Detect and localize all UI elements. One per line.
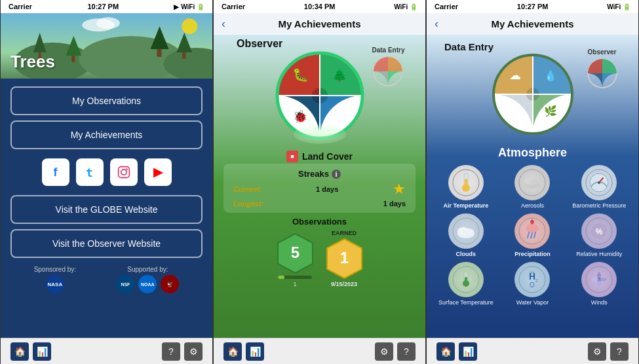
youtube-icon[interactable]: ▶ (144, 158, 172, 186)
time-1: 10:27 PM (87, 3, 119, 10)
my-achievements-button[interactable]: My Achievements (10, 120, 203, 149)
observer-website-button[interactable]: Visit the Observer Website (10, 229, 203, 258)
menu-area: My Observations My Achievements f t ▶ Vi… (1, 79, 212, 338)
aerosols-label: Aerosols (521, 202, 544, 209)
longest-streak-label: Longest: (233, 200, 263, 208)
svg-text:%: % (596, 227, 603, 236)
svg-point-54 (598, 181, 600, 184)
svg-text:1: 1 (339, 249, 348, 266)
phone-1: Carrier 10:27 PM ▶ WiFi 🔋 (0, 0, 213, 364)
nasa-logo: NASA (46, 275, 64, 293)
settings-icon[interactable]: ⚙ (184, 342, 203, 361)
hero-title: Trees (10, 52, 55, 72)
atm-item-baro[interactable]: Barometric Pressure (568, 165, 630, 209)
facebook-icon[interactable]: f (42, 158, 69, 186)
atm-item-clouds[interactable]: Clouds (435, 213, 497, 258)
svg-text:H: H (529, 271, 535, 282)
water-vapor-circle: H H 2 O (514, 262, 550, 297)
back-button-3[interactable]: ‹ (435, 17, 438, 31)
status-bar-3: Carrier 10:27 PM WiFi 🔋 (427, 0, 638, 13)
carrier-3: Carrier (435, 3, 458, 10)
longest-streak-value: 1 days (383, 200, 406, 208)
status-bar-1: Carrier 10:27 PM ▶ WiFi 🔋 (1, 0, 212, 13)
settings-icon-3[interactable]: ⚙ (588, 342, 606, 361)
chart-icon-2[interactable]: 📊 (246, 342, 264, 361)
land-cover-label: Land Cover (302, 151, 353, 162)
nsf-logo: NSF (116, 275, 134, 293)
clouds-label: Clouds (456, 251, 476, 258)
phone3-content: Data Entry ☁ 💧 (427, 35, 638, 338)
observer-section: Observer (223, 38, 416, 144)
atm-item-water-vapor[interactable]: H H 2 O Water Vapor (501, 262, 564, 306)
sponsors-row: Sponsored by: NASA Supported by: NSF NOA… (10, 266, 203, 293)
chart-icon-3[interactable]: 📊 (459, 342, 477, 361)
settings-icon-2[interactable]: ⚙ (375, 342, 393, 361)
phone3-header: ‹ My Achievements (427, 13, 638, 35)
streaks-section: Streaks i Current: 1 days ★ Longest: 1 d… (223, 164, 416, 213)
carrier-2: Carrier (222, 3, 245, 10)
atm-item-winds[interactable]: Winds (568, 262, 630, 306)
svg-rect-70 (465, 277, 467, 283)
current-streak-value: 1 days (316, 185, 338, 193)
home-icon-2[interactable]: 🏠 (223, 342, 242, 361)
help-icon[interactable]: ? (162, 342, 180, 361)
bottom-nav-2: 🏠 📊 ⚙ ? (214, 338, 425, 364)
atm-item-surface-temp[interactable]: Surface Temperature (435, 262, 497, 306)
current-streak-label: Current: (233, 185, 261, 193)
chart-icon[interactable]: 📊 (33, 342, 51, 361)
badge-2-date: 9/15/2023 (331, 281, 357, 287)
home-icon-3[interactable]: 🏠 (436, 342, 455, 361)
surface-temp-circle (448, 262, 484, 297)
baro-label: Barometric Pressure (572, 202, 626, 209)
aerosols-circle (514, 165, 550, 200)
supported-by-group: Supported by: NSF NOAA 🦅 (116, 266, 179, 293)
water-vapor-label: Water Vapor (516, 299, 549, 306)
battery-2: WiFi 🔋 (394, 3, 417, 10)
instagram-icon[interactable] (110, 158, 138, 186)
svg-point-12 (182, 18, 197, 34)
supported-label: Supported by: (127, 266, 168, 273)
help-icon-3[interactable]: ? (610, 342, 629, 361)
winds-circle (581, 262, 617, 297)
streaks-title: Streaks i (233, 169, 406, 179)
home-icon[interactable]: 🏠 (10, 342, 29, 361)
streak-current-row: Current: 1 days ★ (233, 181, 406, 198)
atm-item-humidity[interactable]: % Relative Humidity (568, 213, 630, 258)
observer-label-2: Observer (237, 38, 282, 50)
back-button-2[interactable]: ‹ (222, 17, 225, 31)
land-cover-icon: ■ (286, 151, 298, 162)
atm-item-air-temp[interactable]: Air Temperature (435, 165, 497, 209)
battery-3: WiFi 🔋 (607, 3, 630, 10)
bottom-nav-1: 🏠 📊 ? ⚙ (1, 338, 212, 364)
globe-website-button[interactable]: Visit the GLOBE Website (10, 195, 203, 224)
help-icon-2[interactable]: ? (397, 342, 416, 361)
svg-line-63 (534, 232, 535, 238)
hero-background: Trees (1, 13, 212, 79)
air-temp-circle (448, 165, 484, 200)
svg-text:🐛: 🐛 (292, 67, 308, 82)
my-observations-button[interactable]: My Observations (10, 86, 203, 115)
battery-1: ▶ WiFi 🔋 (174, 3, 204, 10)
clouds-circle (448, 213, 484, 249)
achievements-area: Observer (214, 35, 425, 338)
state-dept-logo: 🦅 (161, 275, 179, 293)
svg-line-61 (528, 232, 529, 238)
atmosphere-label: Atmosphere (498, 146, 567, 160)
streak-longest-row: Longest: 1 days (233, 200, 406, 208)
social-row: f t ▶ (42, 158, 172, 186)
atm-item-aerosols[interactable]: Aerosols (501, 165, 564, 209)
precip-circle (514, 213, 550, 249)
twitter-icon[interactable]: t (76, 158, 104, 186)
hero-image: Trees (1, 13, 212, 79)
status-bar-2: Carrier 10:34 PM WiFi 🔋 (214, 0, 425, 13)
badge-hex-2: 1 (326, 238, 362, 279)
phone-3: Carrier 10:27 PM WiFi 🔋 ‹ My Achievement… (426, 0, 639, 364)
humidity-label: Relative Humidity (576, 251, 622, 258)
atm-item-precip[interactable]: Precipitation (501, 213, 564, 258)
svg-text:5: 5 (290, 244, 299, 261)
svg-point-60 (526, 224, 539, 233)
svg-text:🌲: 🌲 (332, 68, 347, 82)
svg-rect-46 (465, 179, 467, 188)
surface-temp-label: Surface Temperature (438, 299, 494, 306)
sponsored-by-group: Sponsored by: NASA (34, 266, 77, 293)
